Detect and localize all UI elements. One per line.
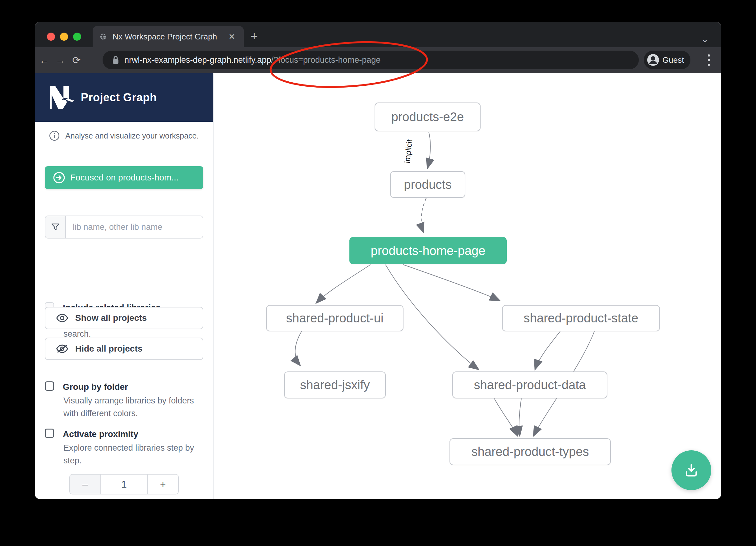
graph-edges: implicit [214, 73, 721, 499]
graph-node-shared-product-data[interactable]: shared-product-data [452, 371, 607, 398]
new-tab-button[interactable]: + [251, 30, 258, 42]
graph-edge-shared-product-state-shared-product-data [535, 331, 560, 369]
browser-toolbar: ← → ⟳ nrwl-nx-examples-dep-graph.netlify… [35, 47, 721, 73]
profile-button[interactable]: Guest [644, 51, 690, 69]
minimize-window-button[interactable] [60, 33, 68, 41]
proximity-stepper: – 1 + [69, 474, 179, 494]
download-image-button[interactable] [671, 450, 711, 490]
globe-icon [99, 32, 108, 41]
maximize-window-button[interactable] [73, 33, 81, 41]
arrow-circle-icon [53, 172, 65, 184]
graph-node-shared-product-types[interactable]: shared-product-types [449, 438, 611, 465]
tab-close-icon[interactable]: ✕ [226, 32, 237, 42]
group-by-folder-desc: Visually arrange libraries by folders wi… [63, 394, 206, 420]
stepper-decrement-button[interactable]: – [70, 475, 101, 494]
tagline-row: Analyse and visualize your workspace. [49, 131, 199, 141]
stepper-increment-button[interactable]: + [147, 475, 178, 494]
activate-proximity-label[interactable]: Activate proximity [63, 430, 138, 438]
graph-edge-products-e2e-products [427, 132, 431, 168]
tagline-text: Analyse and visualize your workspace. [65, 131, 199, 140]
graph-node-products-home-page[interactable]: products-home-page [349, 237, 507, 264]
close-window-button[interactable] [47, 33, 55, 41]
download-icon [683, 462, 700, 479]
graph-node-shared-product-state[interactable]: shared-product-state [502, 305, 660, 331]
focused-button[interactable]: Focused on products-hom... [45, 166, 203, 189]
edge-label-implicit: implicit [403, 139, 414, 164]
graph-edge-products-home-page-shared-product-state [403, 265, 500, 300]
page-content: Project Graph Analyse and visualize your… [35, 73, 721, 499]
group-by-folder-label[interactable]: Group by folder [63, 383, 128, 391]
back-button[interactable]: ← [37, 53, 51, 67]
show-all-projects-label: Show all projects [75, 313, 147, 323]
graph-edge-products-home-page-shared-product-ui [316, 265, 371, 303]
graph-edge-shared-product-data-shared-product-types [494, 398, 518, 436]
eye-off-icon [56, 344, 68, 353]
eye-icon [56, 313, 68, 323]
lock-icon [112, 56, 119, 64]
filter-group [45, 216, 203, 239]
activate-proximity-row: Activate proximity [45, 428, 138, 438]
graph-edge-shared-product-ui-shared-jsxify [295, 331, 302, 365]
reload-button[interactable]: ⟳ [70, 53, 83, 67]
filter-icon-box [45, 216, 66, 238]
filter-input[interactable] [66, 216, 203, 238]
activate-proximity-desc: Explore connected libraries step by step… [63, 442, 206, 467]
hide-all-projects-button[interactable]: Hide all projects [45, 337, 203, 360]
activate-proximity-checkbox[interactable] [45, 429, 54, 438]
group-by-folder-checkbox[interactable] [45, 381, 54, 391]
tab-nx-workspace-project-graph[interactable]: Nx Workspace Project Graph ✕ [93, 26, 244, 47]
group-by-folder-row: Group by folder [45, 381, 128, 391]
url-text: nrwl-nx-examples-dep-graph.netlify.app/?… [124, 55, 380, 65]
hide-all-projects-label: Hide all projects [75, 344, 142, 354]
chevron-down-icon[interactable]: ⌄ [701, 34, 709, 44]
address-bar[interactable]: nrwl-nx-examples-dep-graph.netlify.app/?… [103, 51, 639, 69]
sidebar-header: Project Graph [35, 73, 213, 122]
graph-node-shared-product-ui[interactable]: shared-product-ui [266, 305, 403, 331]
funnel-icon [51, 223, 60, 232]
tab-strip: Nx Workspace Project Graph ✕ + ⌄ [35, 22, 721, 47]
focused-button-label: Focused on products-hom... [70, 173, 179, 183]
forward-button[interactable]: → [53, 53, 67, 67]
url-origin: nrwl-nx-examples-dep-graph.netlify.app [124, 55, 271, 65]
sidebar: Project Graph Analyse and visualize your… [35, 73, 214, 499]
app-title: Project Graph [81, 91, 157, 104]
nx-logo [48, 85, 75, 110]
browser-window: Nx Workspace Project Graph ✕ + ⌄ ← → ⟳ n… [35, 22, 721, 499]
graph-node-products-e2e[interactable]: products-e2e [375, 103, 481, 131]
avatar-icon [647, 54, 659, 66]
browser-menu-button[interactable] [703, 51, 715, 69]
url-path: /?focus=products-home-page [271, 55, 380, 65]
graph-node-products[interactable]: products [390, 171, 465, 198]
graph-node-shared-jsxify[interactable]: shared-jsxify [284, 371, 386, 398]
stepper-value[interactable]: 1 [101, 475, 147, 494]
info-icon [49, 131, 60, 141]
graph-edge-shared-product-data-shared-product-types [519, 398, 521, 436]
screenshot-root: Nx Workspace Project Graph ✕ + ⌄ ← → ⟳ n… [0, 0, 756, 546]
graph-edge-products-products-home-page [421, 198, 426, 233]
show-all-projects-button[interactable]: Show all projects [45, 307, 203, 329]
tab-title: Nx Workspace Project Graph [113, 32, 226, 42]
graph-canvas[interactable]: implicit products-e2eproductsproducts-ho… [214, 73, 721, 499]
profile-label: Guest [662, 55, 684, 65]
